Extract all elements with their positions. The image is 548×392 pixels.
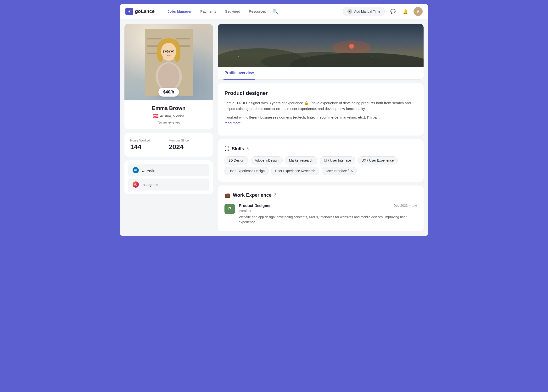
header: goLance Jobs Manager Payments Get Hired … — [120, 4, 428, 19]
skills-title: Skills — [232, 146, 244, 152]
profile-name: Emma Brown — [129, 105, 208, 111]
skill-tag: Adobe InDesign — [251, 156, 283, 164]
left-sidebar: $40/h Emma Brown 🇦🇹 Austria, Vienna No r… — [124, 24, 213, 194]
linkedin-link[interactable]: in LinkedIn — [128, 164, 209, 176]
work-exp-count: 2 — [274, 193, 276, 197]
location-text: Austria, Vienna — [160, 114, 184, 118]
exp-date: Dec 2023 - now — [393, 204, 417, 208]
add-manual-time-button[interactable]: ● Add Manual Time — [343, 7, 385, 16]
bio-title: Product designer — [224, 90, 417, 96]
exp-logo-letter: P — [228, 207, 231, 211]
avatar-initials: A — [417, 10, 419, 13]
logo-icon — [125, 8, 133, 15]
skill-tag: User Experience Design — [224, 167, 269, 175]
exp-item: P Product Designer Dec 2023 - now Parale… — [224, 204, 417, 225]
work-exp-icon: 💼 — [224, 192, 231, 198]
add-manual-label: Add Manual Time — [354, 10, 380, 13]
hours-label: Hours Worked — [130, 139, 169, 142]
work-experience-card: 💼 Work Experience 2 P Product Designer D… — [218, 185, 424, 231]
header-right: ● Add Manual Time 💬 🔔 A — [343, 7, 423, 16]
profile-location: 🇦🇹 Austria, Vienna — [129, 113, 208, 119]
svg-rect-5 — [176, 38, 190, 39]
hours-worked-stat: Hours Worked 144 — [130, 139, 169, 151]
skills-tags: 2D Design Adobe InDesign Market research… — [224, 156, 417, 175]
linkedin-label: LinkedIn — [142, 168, 155, 172]
cover-image — [218, 24, 424, 67]
svg-point-17 — [171, 51, 173, 52]
logo-text: goLance — [135, 9, 155, 14]
flag-icon: 🇦🇹 — [153, 113, 159, 119]
linkedin-icon: in — [133, 167, 139, 173]
profile-card: $40/h Emma Brown 🇦🇹 Austria, Vienna No r… — [124, 24, 213, 129]
member-value: 2024 — [169, 143, 207, 151]
nav-get-hired[interactable]: Get Hired — [222, 7, 244, 15]
nav-resources[interactable]: Resources — [245, 7, 269, 15]
no-reviews: No reviews yet — [129, 120, 208, 124]
svg-rect-27 — [249, 55, 249, 56]
skill-tag: User Interface / IA — [322, 167, 357, 175]
skills-icon: ⛶ — [224, 146, 229, 152]
exp-role: Product Designer — [239, 204, 271, 208]
svg-marker-0 — [128, 10, 130, 13]
svg-rect-2 — [147, 38, 162, 39]
svg-point-19 — [158, 63, 180, 90]
skills-count: 8 — [246, 147, 249, 151]
skill-tag: Market research — [285, 156, 317, 164]
exp-logo: P — [224, 204, 235, 214]
skills-card: ⛶ Skills 8 2D Design Adobe InDesign Mark… — [218, 139, 424, 182]
notification-icon[interactable]: 🔔 — [401, 7, 410, 16]
nav: Jobs Manager Payments Get Hired Resource… — [164, 7, 335, 15]
work-exp-header: 💼 Work Experience 2 — [224, 192, 417, 198]
svg-point-16 — [165, 51, 166, 52]
skill-tag: User Experience Research — [271, 167, 319, 175]
nav-jobs-manager[interactable]: Jobs Manager — [164, 7, 195, 15]
profile-overview-wrapper: Profile overview — [218, 24, 424, 80]
svg-rect-30 — [382, 57, 383, 57]
app-container: goLance Jobs Manager Payments Get Hired … — [120, 4, 428, 236]
bio-para1: I am a UX/UI Designer with 3 years of ex… — [224, 100, 417, 112]
chat-icon[interactable]: 💬 — [389, 7, 397, 16]
read-more-link[interactable]: read more — [224, 121, 241, 125]
member-since-stat: Member Since 2024 — [169, 139, 207, 151]
svg-rect-26 — [238, 56, 239, 57]
exp-details: Product Designer Dec 2023 - now Paralect… — [239, 204, 417, 225]
exp-top: Product Designer Dec 2023 - now — [239, 204, 417, 208]
instagram-label: Instagram — [142, 183, 158, 187]
exp-description: Website and app design: developing conce… — [239, 215, 417, 225]
skills-header: ⛶ Skills 8 — [224, 146, 417, 152]
skill-tag: UX / User Experience — [358, 156, 398, 164]
rate-text: $40/h — [163, 90, 174, 94]
profile-tabs-row: Profile overview — [218, 67, 424, 80]
bio-para2-text: I worked with different businesses domen… — [224, 115, 380, 119]
profile-info: Emma Brown 🇦🇹 Austria, Vienna No reviews… — [124, 100, 213, 129]
svg-rect-29 — [372, 56, 373, 56]
skill-tag: UI / User Interface — [320, 156, 355, 164]
svg-rect-28 — [259, 57, 260, 57]
social-card: in LinkedIn ◎ Instagram — [124, 160, 213, 194]
search-icon[interactable]: 🔍 — [271, 7, 279, 15]
logo[interactable]: goLance — [125, 8, 157, 15]
user-avatar[interactable]: A — [413, 7, 423, 16]
skill-tag: 2D Design — [224, 156, 248, 164]
main-content: $40/h Emma Brown 🇦🇹 Austria, Vienna No r… — [120, 19, 428, 236]
instagram-link[interactable]: ◎ Instagram — [128, 179, 209, 190]
bio-card: Product designer I am a UX/UI Designer w… — [218, 84, 424, 135]
bio-para2: I worked with different businesses domen… — [224, 114, 417, 126]
tab-profile-overview[interactable]: Profile overview — [224, 67, 255, 80]
exp-company: Paralect — [239, 209, 417, 213]
member-label: Member Since — [169, 139, 207, 142]
hours-value: 144 — [130, 143, 169, 151]
profile-photo: $40/h — [124, 24, 213, 100]
nav-payments[interactable]: Payments — [197, 7, 220, 15]
svg-point-22 — [349, 44, 354, 49]
stats-card: Hours Worked 144 Member Since 2024 — [124, 133, 213, 157]
right-content: Profile overview Product designer I am a… — [218, 24, 424, 231]
coin-icon: ● — [347, 9, 352, 14]
work-exp-title: Work Experience — [233, 192, 272, 198]
instagram-icon: ◎ — [133, 182, 139, 188]
rate-badge: $40/h — [159, 88, 179, 97]
